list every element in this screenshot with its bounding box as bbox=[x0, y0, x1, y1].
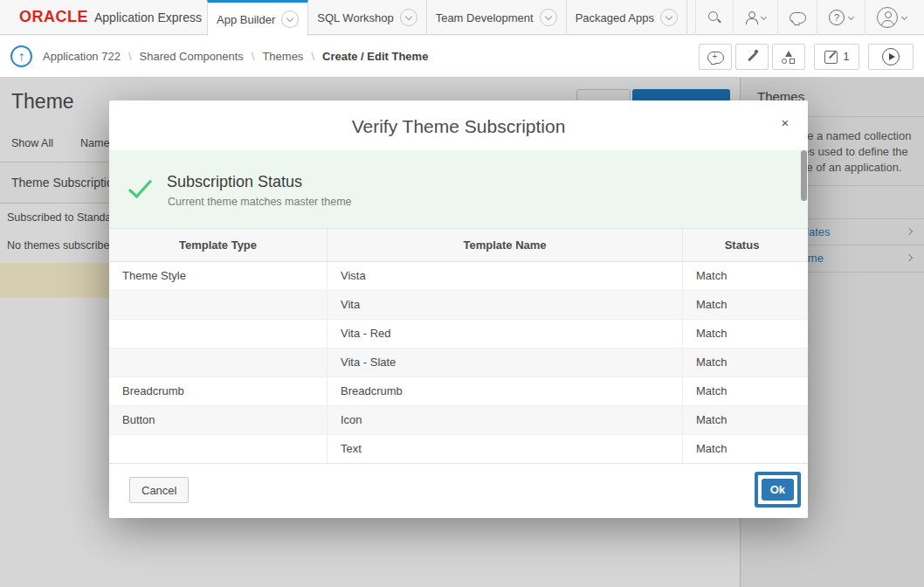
table-cell: Icon bbox=[328, 406, 683, 434]
table-cell: Vita bbox=[328, 291, 683, 319]
table-cell: Match bbox=[683, 291, 801, 319]
scrollbar-thumb[interactable] bbox=[801, 150, 807, 201]
column-header: Template Name bbox=[328, 229, 683, 261]
table-cell bbox=[109, 349, 328, 376]
up-level-button[interactable]: ↑ bbox=[10, 45, 32, 67]
theme-roller-button[interactable] bbox=[735, 44, 769, 70]
table-row: VitaMatch bbox=[109, 291, 808, 320]
top-navigation-bar: ORACLE Application Express App BuilderSQ… bbox=[0, 0, 924, 35]
chevron-down-icon bbox=[281, 10, 299, 28]
table-cell: Match bbox=[683, 435, 801, 463]
breadcrumb-item[interactable]: Shared Components bbox=[140, 50, 244, 63]
table-row: ButtonIconMatch bbox=[109, 406, 808, 435]
status-detail: Current theme matches master theme bbox=[168, 196, 352, 208]
verify-theme-subscription-dialog: Verify Theme Subscription × Subscription… bbox=[109, 100, 808, 518]
success-check-icon bbox=[128, 174, 152, 198]
table-cell: Button bbox=[109, 406, 328, 434]
run-application-button[interactable] bbox=[868, 44, 914, 70]
help-menu-button[interactable]: ? bbox=[817, 0, 865, 35]
chevron-down-icon bbox=[901, 13, 907, 19]
tab-label: Packaged Apps bbox=[576, 11, 654, 24]
chevron-down-icon bbox=[761, 13, 767, 19]
table-cell bbox=[109, 320, 328, 348]
dialog-title: Verify Theme Subscription bbox=[109, 100, 808, 150]
breadcrumb-item[interactable]: Themes bbox=[262, 50, 303, 63]
page-toolbar: + 1 bbox=[695, 44, 914, 70]
table-cell: Theme Style bbox=[109, 262, 328, 290]
table-cell: Match bbox=[683, 349, 801, 376]
edit-page-button[interactable]: 1 bbox=[814, 44, 859, 70]
tab-team-development[interactable]: Team Development bbox=[427, 0, 567, 35]
breadcrumb-separator: \ bbox=[252, 50, 255, 63]
chevron-down-icon bbox=[660, 9, 678, 26]
table-row: Theme StyleVistaMatch bbox=[109, 262, 808, 291]
search-button[interactable] bbox=[695, 0, 733, 35]
table-cell: Vista bbox=[328, 262, 683, 290]
table-row: BreadcrumbBreadcrumbMatch bbox=[109, 377, 808, 406]
table-cell: Match bbox=[683, 377, 801, 405]
close-icon[interactable]: × bbox=[776, 114, 794, 132]
table-row: Vita - RedMatch bbox=[109, 320, 808, 349]
chevron-down-icon bbox=[848, 13, 854, 19]
table-cell: Match bbox=[683, 262, 801, 290]
template-table: Template Type Template Name Status Theme… bbox=[109, 229, 808, 463]
shared-components-icon bbox=[782, 51, 796, 64]
tab-label: Team Development bbox=[436, 11, 534, 24]
brand: ORACLE Application Express bbox=[0, 0, 207, 34]
table-cell: Vita - Slate bbox=[328, 349, 683, 376]
theme-roller-icon bbox=[745, 50, 759, 64]
column-header: Template Type bbox=[109, 229, 328, 261]
tab-label: SQL Workshop bbox=[317, 11, 393, 24]
status-heading: Subscription Status bbox=[167, 173, 302, 191]
admin-menu-button[interactable] bbox=[733, 0, 777, 35]
table-cell: Vita - Red bbox=[328, 320, 683, 348]
run-app-icon bbox=[882, 48, 900, 66]
nav-icons: ? bbox=[695, 0, 924, 35]
column-header: Status bbox=[683, 229, 801, 261]
table-body: Theme StyleVistaMatchVitaMatchVita - Red… bbox=[109, 262, 808, 463]
breadcrumb-separator: \ bbox=[128, 50, 132, 63]
breadcrumb-bar: ↑ Application 722\Shared Components\Them… bbox=[0, 36, 924, 78]
admin-users-icon bbox=[745, 11, 757, 24]
chevron-down-icon bbox=[400, 9, 417, 26]
tab-label: App Builder bbox=[217, 13, 275, 26]
table-row: Vita - SlateMatch bbox=[109, 349, 808, 377]
oracle-logo: ORACLE bbox=[19, 8, 88, 26]
table-cell: Text bbox=[328, 435, 683, 463]
breadcrumb: Application 722\Shared Components\Themes… bbox=[43, 50, 428, 63]
search-icon bbox=[707, 10, 721, 24]
account-icon bbox=[877, 7, 898, 28]
tab-packaged-apps[interactable]: Packaged Apps bbox=[567, 0, 687, 35]
table-cell bbox=[109, 435, 328, 463]
edit-page-number: 1 bbox=[844, 51, 850, 63]
table-cell: Breadcrumb bbox=[109, 377, 328, 405]
main-tabs: App BuilderSQL WorkshopTeam DevelopmentP… bbox=[207, 0, 687, 35]
breadcrumb-item[interactable]: Create / Edit Theme bbox=[322, 50, 428, 63]
feedback-button[interactable] bbox=[777, 0, 817, 35]
tab-app-builder[interactable]: App Builder bbox=[207, 0, 308, 36]
feedback-plus-icon: + bbox=[707, 51, 723, 64]
help-icon: ? bbox=[829, 10, 845, 25]
table-row: TextMatch bbox=[109, 435, 808, 463]
dialog-footer: Cancel Ok bbox=[109, 463, 808, 518]
feedback-icon bbox=[790, 11, 805, 24]
ok-button[interactable]: Ok bbox=[762, 479, 794, 501]
chevron-down-icon bbox=[540, 9, 557, 26]
table-cell: Breadcrumb bbox=[328, 377, 683, 405]
table-cell: Match bbox=[683, 406, 801, 434]
ok-button-focus-ring: Ok bbox=[755, 472, 801, 508]
breadcrumb-item[interactable]: Application 722 bbox=[43, 50, 121, 63]
edit-page-icon bbox=[824, 51, 838, 64]
feedback-comment-button[interactable]: + bbox=[699, 44, 732, 70]
cancel-button[interactable]: Cancel bbox=[129, 477, 189, 503]
status-banner: Subscription Status Current theme matche… bbox=[109, 150, 808, 229]
shared-components-button[interactable] bbox=[772, 44, 805, 70]
table-cell bbox=[109, 291, 328, 319]
account-menu-button[interactable] bbox=[865, 0, 924, 35]
table-header-row: Template Type Template Name Status bbox=[109, 229, 808, 262]
breadcrumb-separator: \ bbox=[311, 50, 314, 63]
table-cell: Match bbox=[683, 320, 801, 348]
product-name: Application Express bbox=[94, 10, 202, 24]
tab-sql-workshop[interactable]: SQL Workshop bbox=[308, 0, 426, 35]
